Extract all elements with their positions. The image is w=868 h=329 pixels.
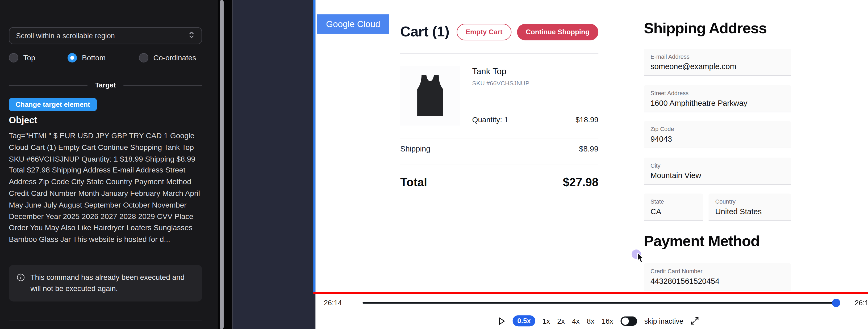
divider-line: [123, 85, 202, 86]
street-field-label: Street Address: [650, 90, 784, 96]
command-select[interactable]: Scroll within a scrollable region: [9, 27, 202, 44]
radio-option-coordinates[interactable]: Co-ordinates: [139, 53, 196, 62]
credit-card-field[interactable]: Credit Card Number 4432801561520454: [644, 263, 791, 291]
country-field-value: United States: [715, 207, 784, 216]
city-field-value: Mountain View: [650, 171, 784, 179]
panel-gutter: [218, 0, 232, 329]
checkout-column: Shipping Address E-mail Address someone@…: [644, 0, 791, 292]
radio-label-top: Top: [23, 54, 35, 62]
state-field-label: State: [650, 198, 696, 205]
radio-circle-top[interactable]: [9, 53, 18, 62]
timeline-track[interactable]: [363, 302, 838, 304]
target-divider: Target: [9, 81, 202, 89]
object-heading: Object: [9, 115, 37, 126]
total-value: $27.98: [563, 176, 598, 189]
radio-circle-coordinates[interactable]: [139, 53, 148, 62]
player-bar: 26:14 26:1 0.5x 1x 2x 4x 8x 16x skip ina…: [316, 294, 868, 329]
speed-16x-button[interactable]: 16x: [601, 317, 613, 325]
state-field-value: CA: [650, 207, 696, 216]
speed-0.5x-button[interactable]: 0.5x: [513, 316, 535, 327]
executed-notice: This command has already been executed a…: [9, 265, 202, 301]
credit-card-field-value: 4432801561520454: [650, 277, 784, 286]
state-field[interactable]: State CA: [644, 194, 703, 221]
payment-method-heading: Payment Method: [644, 233, 760, 250]
replay-backdrop: [232, 0, 315, 329]
shipping-row: Shipping $8.99: [400, 144, 598, 153]
street-field-value: 1600 Amphitheatre Parkway: [650, 99, 784, 107]
radio-label-bottom: Bottom: [82, 54, 105, 62]
end-time: 26:1: [855, 299, 868, 307]
target-divider-label: Target: [95, 81, 116, 89]
info-icon: [17, 272, 25, 294]
radio-option-top[interactable]: Top: [9, 53, 35, 62]
skip-inactive-label: skip inactive: [644, 317, 683, 325]
replay-viewport: Google Cloud Cart (1) Empty Cart Continu…: [316, 0, 868, 292]
divider-line: [400, 53, 598, 54]
total-label: Total: [400, 176, 427, 189]
sidebar-scrollbar[interactable]: [220, 0, 224, 329]
select-chevrons-icon: [188, 30, 195, 41]
executed-notice-text: This command has already been executed a…: [30, 272, 194, 294]
speed-4x-button[interactable]: 4x: [572, 317, 580, 325]
change-target-button[interactable]: Change target element: [9, 98, 96, 111]
radio-circle-bottom[interactable]: [67, 53, 77, 62]
timeline-knob[interactable]: [832, 299, 840, 307]
divider-line: [400, 164, 598, 164]
total-row: Total $27.98: [400, 176, 598, 189]
city-field[interactable]: City Mountain View: [644, 158, 791, 185]
credit-card-field-label: Credit Card Number: [650, 268, 784, 274]
object-text: Tag="HTML" $ EUR USD JPY GBP TRY CAD 1 G…: [9, 130, 203, 245]
product-name: Tank Top: [472, 66, 506, 76]
continue-shopping-button[interactable]: Continue Shopping: [517, 23, 599, 40]
product-sku: SKU #66VCHSJNUP: [472, 80, 529, 86]
cart-item-row: Tank Top SKU #66VCHSJNUP Quantity: 1 $18…: [400, 66, 598, 126]
shipping-value: $8.99: [579, 144, 598, 153]
divider-line: [400, 138, 598, 138]
email-field-value: someone@example.com: [650, 62, 784, 71]
mouse-cursor-icon: [636, 253, 645, 265]
command-select-value: Scroll within a scrollable region: [16, 32, 188, 40]
player-controls: 0.5x 1x 2x 4x 8x 16x skip inactive: [316, 314, 868, 327]
empty-cart-button[interactable]: Empty Cart: [457, 23, 511, 40]
country-field[interactable]: Country United States: [708, 194, 791, 221]
replay-tool-window: Scroll within a scrollable region Top Bo…: [0, 0, 868, 329]
cart-header: Cart (1) Empty Cart Continue Shopping: [400, 23, 598, 40]
country-field-label: Country: [715, 198, 784, 205]
email-field[interactable]: E-mail Address someone@example.com: [644, 48, 791, 76]
zip-field[interactable]: Zip Code 94043: [644, 121, 791, 148]
play-button[interactable]: [498, 317, 505, 325]
fullscreen-icon[interactable]: [691, 317, 698, 325]
cart-title: Cart (1): [400, 23, 449, 40]
shipping-address-heading: Shipping Address: [644, 20, 767, 37]
zip-field-label: Zip Code: [650, 126, 784, 132]
email-field-label: E-mail Address: [650, 53, 784, 60]
radio-option-bottom[interactable]: Bottom: [67, 53, 105, 62]
skip-inactive-toggle[interactable]: [620, 316, 637, 326]
inspector-sidebar: Scroll within a scrollable region Top Bo…: [0, 0, 218, 329]
divider-line: [9, 85, 87, 86]
speed-1x-button[interactable]: 1x: [542, 317, 550, 325]
street-field[interactable]: Street Address 1600 Amphitheatre Parkway: [644, 85, 791, 112]
current-time: 26:14: [324, 299, 342, 307]
shipping-label: Shipping: [400, 144, 430, 153]
google-cloud-badge: Google Cloud: [317, 14, 389, 34]
speed-2x-button[interactable]: 2x: [557, 317, 565, 325]
product-quantity: Quantity: 1: [472, 116, 508, 124]
scroll-region-highlight: [313, 0, 315, 293]
radio-label-coordinates: Co-ordinates: [153, 54, 196, 62]
toggle-knob: [621, 317, 629, 325]
product-price: $18.99: [576, 116, 598, 124]
cart-section: Cart (1) Empty Cart Continue Shopping Ta…: [400, 0, 598, 292]
tank-top-image: [406, 70, 454, 121]
zip-field-value: 94043: [650, 134, 784, 143]
speed-8x-button[interactable]: 8x: [587, 317, 595, 325]
product-image: [400, 66, 460, 126]
sidebar-bottom-divider: [9, 320, 202, 320]
city-field-label: City: [650, 162, 784, 169]
